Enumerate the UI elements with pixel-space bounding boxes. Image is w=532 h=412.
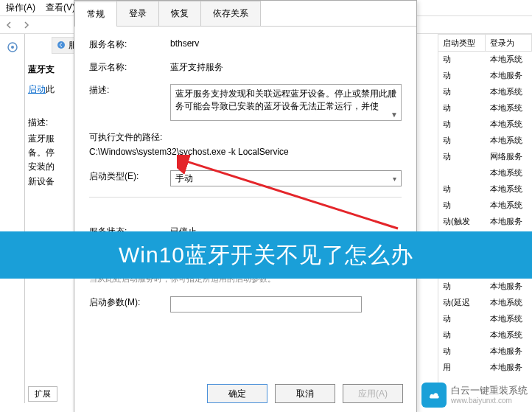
menu-view[interactable]: 查看(V): [46, 1, 75, 14]
description-label: 描述:: [89, 84, 170, 97]
cell-logon-as: 本地服务: [486, 279, 533, 295]
list-row[interactable]: 动本地系统: [438, 198, 532, 214]
cell-logon-as: 本地系统: [486, 52, 533, 68]
cell-startup-type: 动(触发: [438, 214, 486, 230]
start-suffix: 此: [46, 84, 55, 94]
service-rows: 动本地系统动本地服务动本地系统动本地系统动本地系统动本地系统动网络服务本地系统动…: [438, 52, 532, 403]
startup-type-value: 手动: [175, 172, 193, 185]
exe-path-label: 可执行文件的路径:: [89, 131, 162, 144]
list-row[interactable]: 动本地服务: [438, 68, 532, 84]
col-startup-type[interactable]: 启动类型: [438, 34, 486, 52]
scroll-up-icon[interactable]: ▲: [391, 86, 399, 94]
start-service-link[interactable]: 启动: [28, 83, 46, 96]
list-row[interactable]: 动本地系统: [438, 84, 532, 100]
list-row[interactable]: 动本地服务: [438, 279, 532, 295]
cell-startup-type: 动: [438, 311, 486, 327]
cell-startup-type: 动: [438, 116, 486, 133]
cell-logon-as: 本地系统: [486, 181, 533, 198]
cancel-button[interactable]: 取消: [275, 384, 335, 403]
list-row[interactable]: 用本地服务: [438, 360, 532, 376]
apply-button: 应用(A): [343, 384, 403, 403]
cell-logon-as: 本地服务: [486, 214, 533, 230]
list-row[interactable]: 动本地系统: [438, 327, 532, 343]
services-tree-icon[interactable]: [2, 37, 23, 57]
list-row[interactable]: 动本地系统: [438, 116, 532, 133]
watermark-text-en: www.baiyunxt.com: [451, 397, 528, 405]
cell-startup-type: 动(延迟: [438, 295, 486, 311]
cell-logon-as: 本地服务: [486, 360, 533, 376]
column-headers: 启动类型 登录为: [438, 34, 532, 52]
cell-startup-type: 动: [438, 133, 486, 149]
dialog-footer: 确定 取消 应用(A): [207, 384, 403, 403]
cell-startup-type: [438, 165, 486, 181]
service-name-label: 服务名称:: [89, 38, 170, 51]
cell-logon-as: 本地系统: [486, 327, 533, 343]
cell-startup-type: 动: [438, 100, 486, 116]
display-name-value: 蓝牙支持服务: [170, 61, 402, 74]
ok-button[interactable]: 确定: [207, 384, 267, 403]
list-row[interactable]: 动本地系统: [438, 133, 532, 149]
cell-logon-as: 本地服务: [486, 343, 533, 360]
cell-logon-as: 本地系统: [486, 84, 533, 100]
cell-logon-as: 网络服务: [486, 149, 533, 165]
startup-params-label: 启动参数(M):: [89, 296, 170, 309]
list-row[interactable]: 动本地系统: [438, 311, 532, 327]
cell-startup-type: 动: [438, 343, 486, 360]
cell-logon-as: 本地系统: [486, 133, 533, 149]
list-row[interactable]: 动本地服务: [438, 343, 532, 360]
description-textbox[interactable]: 蓝牙服务支持发现和关联远程蓝牙设备。停止或禁用此服务可能会导致已安装的蓝牙设备无…: [170, 84, 402, 121]
list-row[interactable]: 动(触发本地服务: [438, 214, 532, 230]
nav-back-icon[interactable]: [57, 41, 67, 51]
scroll-down-icon[interactable]: ▼: [391, 111, 399, 119]
cell-startup-type: 动: [438, 68, 486, 84]
list-row[interactable]: 动(延迟本地系统: [438, 295, 532, 311]
cell-logon-as: 本地服务: [486, 68, 533, 84]
cell-startup-type: 动: [438, 279, 486, 295]
banner-text: Win10蓝牙开关不见了怎么办: [119, 240, 413, 270]
startup-type-label: 启动类型(E):: [89, 170, 170, 183]
cell-startup-type: 动: [438, 52, 486, 68]
tab-recovery[interactable]: 恢复: [158, 1, 201, 26]
dialog-tabs: 常规 登录 恢复 依存关系: [74, 1, 416, 27]
cell-logon-as: 本地系统: [486, 295, 533, 311]
menu-action[interactable]: 操作(A): [6, 1, 35, 14]
extended-tab[interactable]: 扩展: [28, 386, 57, 402]
chevron-down-icon: ▾: [393, 175, 396, 183]
cell-startup-type: 动: [438, 149, 486, 165]
exe-path-value: C:\Windows\system32\svchost.exe -k Local…: [89, 147, 289, 157]
list-row[interactable]: 动本地系统: [438, 100, 532, 116]
svg-point-1: [11, 46, 14, 49]
back-icon[interactable]: [3, 19, 15, 31]
watermark-text-zh: 白云一键重装系统: [451, 385, 528, 397]
cell-startup-type: 动: [438, 181, 486, 198]
divider: [89, 197, 402, 198]
list-row[interactable]: 动本地系统: [438, 181, 532, 198]
service-name-value: bthserv: [170, 38, 402, 49]
dialog-body: 服务名称: bthserv 显示名称: 蓝牙支持服务 描述: 蓝牙服务支持发现和…: [74, 27, 416, 335]
tab-dependencies[interactable]: 依存关系: [200, 1, 261, 26]
startup-params-input[interactable]: [170, 296, 362, 313]
cell-startup-type: 用: [438, 360, 486, 376]
service-list-columns: 启动类型 登录为 动本地系统动本地服务动本地系统动本地系统动本地系统动本地系统动…: [438, 34, 532, 403]
list-row[interactable]: 本地系统: [438, 165, 532, 181]
svg-point-2: [57, 41, 65, 49]
cell-logon-as: 本地系统: [486, 311, 533, 327]
cell-startup-type: 动: [438, 84, 486, 100]
cell-logon-as: 本地系统: [486, 165, 533, 181]
forward-icon[interactable]: [21, 19, 32, 31]
watermark-logo-icon: [421, 383, 447, 408]
cell-startup-type: 动: [438, 327, 486, 343]
cell-logon-as: 本地系统: [486, 198, 533, 214]
startup-type-select[interactable]: 手动 ▾: [170, 170, 402, 186]
cell-logon-as: 本地系统: [486, 100, 533, 116]
service-properties-dialog: 常规 登录 恢复 依存关系 服务名称: bthserv 显示名称: 蓝牙支持服务…: [74, 0, 417, 412]
tab-logon[interactable]: 登录: [116, 1, 159, 26]
cell-startup-type: 动: [438, 198, 486, 214]
list-row[interactable]: 动本地系统: [438, 52, 532, 68]
cell-logon-as: 本地系统: [486, 116, 533, 133]
watermark: 白云一键重装系统 www.baiyunxt.com: [421, 383, 528, 408]
col-logon-as[interactable]: 登录为: [486, 34, 533, 52]
display-name-label: 显示名称:: [89, 61, 170, 74]
tab-general[interactable]: 常规: [74, 1, 117, 27]
list-row[interactable]: 动网络服务: [438, 149, 532, 165]
